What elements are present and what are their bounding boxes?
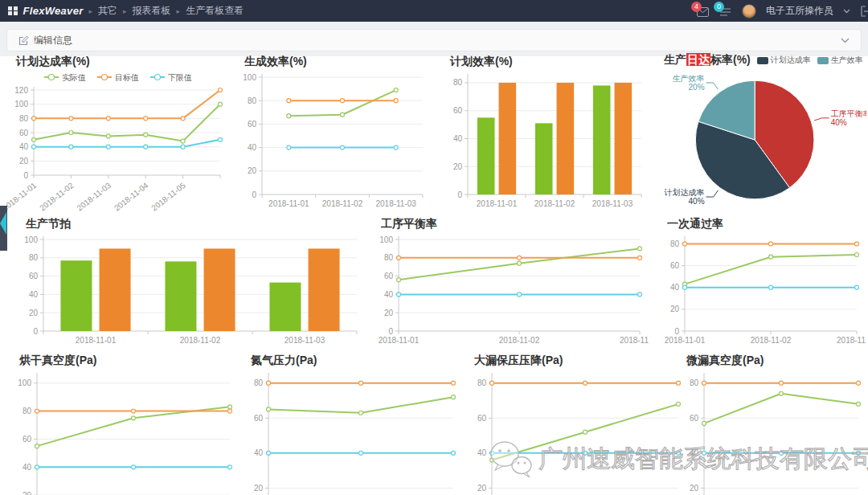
- svg-text:2018-11-01: 2018-11-01: [379, 336, 420, 345]
- svg-text:60: 60: [19, 129, 29, 137]
- gross-leak-pressure-drop-plot[interactable]: 020406080: [465, 368, 688, 495]
- chart-title: 烘干真空度(Pa): [10, 350, 240, 368]
- logout-button[interactable]: [860, 6, 868, 17]
- edit-icon: [18, 35, 29, 46]
- svg-text:60: 60: [29, 272, 39, 280]
- svg-text:40: 40: [248, 143, 257, 152]
- plan-achievement-rate-plot[interactable]: 实际值目标值下限值0204060801001202018-11-012018-1…: [6, 69, 230, 215]
- svg-text:2018-11-02: 2018-11-02: [751, 336, 792, 345]
- svg-text:60: 60: [477, 414, 487, 423]
- production-takt-plot[interactable]: 0204060801002018-11-012018-11-022018-11-…: [16, 231, 366, 352]
- edit-info-label: 编辑信息: [34, 34, 72, 47]
- first-pass-rate-plot[interactable]: 0204060802018-11-012018-11-022018-11: [657, 231, 866, 352]
- chart-title: 微漏真空度(Pa): [677, 350, 868, 368]
- svg-text:100: 100: [379, 235, 393, 244]
- svg-text:2018-11-04: 2018-11-04: [113, 181, 150, 212]
- svg-text:60: 60: [670, 261, 680, 270]
- breadcrumb-production-board-view[interactable]: 生产看板查看: [186, 4, 244, 18]
- legend-item[interactable]: 生产效率: [817, 55, 863, 66]
- chart-title: 一次通过率: [657, 214, 866, 231]
- svg-text:40: 40: [690, 448, 699, 457]
- svg-text:80: 80: [23, 407, 32, 415]
- svg-text:100: 100: [243, 73, 256, 82]
- breadcrumb-other[interactable]: 其它: [98, 4, 117, 18]
- nitrogen-pressure-plot[interactable]: 020406080: [241, 368, 463, 495]
- chart-plan-achievement-rate: 计划达成率(%) 实际值目标值下限值0204060801001202018-11…: [6, 51, 230, 212]
- plan-efficiency-plot[interactable]: 0204060802018-11-012018-11-022018-11-03: [440, 69, 651, 215]
- svg-text:2018-11-02: 2018-11-02: [38, 181, 76, 212]
- svg-text:20: 20: [254, 484, 264, 493]
- title-highlight: 日达: [686, 53, 710, 66]
- svg-text:0: 0: [33, 327, 38, 336]
- process-balance-rate-plot[interactable]: 0204060801002018-11-012018-11-022018-11: [371, 231, 649, 352]
- svg-text:40: 40: [670, 283, 680, 292]
- chart-title: 工序平衡率: [371, 214, 649, 231]
- chevron-down-icon[interactable]: [843, 9, 850, 14]
- svg-text:2018-11-01: 2018-11-01: [665, 336, 706, 345]
- logout-icon: [860, 6, 868, 17]
- svg-text:工序平衡率40%: 工序平衡率40%: [831, 109, 866, 127]
- svg-text:40: 40: [29, 290, 39, 299]
- svg-text:80: 80: [690, 378, 699, 387]
- collapse-chevron-icon[interactable]: [841, 38, 850, 43]
- chart-title: 计划达成率(%): [6, 51, 230, 69]
- svg-text:100: 100: [24, 235, 38, 244]
- breadcrumb-report-board[interactable]: 报表看板: [133, 4, 171, 18]
- svg-text:60: 60: [690, 414, 699, 423]
- svg-text:40: 40: [23, 463, 32, 472]
- chart-title: 生产日达标率(%): [664, 53, 751, 68]
- svg-text:40: 40: [19, 142, 29, 151]
- tasks-badge: 0: [714, 2, 724, 12]
- fine-leak-vacuum-plot[interactable]: 020406080: [677, 368, 868, 495]
- chart-title: 计划效率(%): [440, 51, 651, 69]
- svg-text:2018-11: 2018-11: [837, 336, 866, 345]
- svg-text:80: 80: [384, 253, 394, 262]
- top-navbar: FlexWeaver ▸ 其它 ▸ 报表看板 ▸ 生产看板查看 4 0 电子五所…: [0, 0, 868, 22]
- chart-daily-target-rate-pie: 生产日达标率(%) 计划达成率生产效率 工序平衡率40%计划达成率40%生产效率…: [656, 50, 866, 212]
- svg-text:2018-11-01: 2018-11-01: [268, 199, 309, 208]
- svg-text:20: 20: [453, 162, 463, 171]
- sidebar-collapse-handle[interactable]: [0, 206, 7, 251]
- breadcrumb-separator-icon: ▸: [123, 7, 127, 15]
- svg-text:100: 100: [14, 100, 28, 108]
- svg-text:实际值: 实际值: [62, 73, 86, 82]
- daily-target-rate-pie-plot[interactable]: 工序平衡率40%计划达成率40%生产效率20%: [656, 68, 866, 215]
- drying-vacuum-plot[interactable]: 020406080100: [10, 368, 240, 495]
- edit-info-bar[interactable]: 编辑信息: [6, 29, 862, 51]
- mail-badge: 4: [691, 2, 702, 12]
- chart-nitrogen-pressure: 氮气压力(Pa) 020406080: [241, 350, 463, 495]
- breadcrumb-separator-icon: ▸: [89, 7, 93, 15]
- svg-text:2018-11-02: 2018-11-02: [322, 199, 363, 208]
- svg-text:2018-11-01: 2018-11-01: [477, 199, 518, 208]
- pie-legend: 计划达成率生产效率: [757, 55, 863, 66]
- svg-text:2018-11-02: 2018-11-02: [180, 336, 221, 345]
- svg-text:80: 80: [19, 114, 29, 123]
- avatar[interactable]: [742, 4, 756, 18]
- svg-text:2018-11-03: 2018-11-03: [76, 181, 113, 212]
- svg-text:2018-11-03: 2018-11-03: [375, 199, 416, 208]
- svg-text:2018-11-01: 2018-11-01: [6, 181, 39, 212]
- legend-item[interactable]: 计划达成率: [757, 55, 811, 66]
- chart-process-balance-rate: 工序平衡率 0204060801002018-11-012018-11-0220…: [371, 214, 649, 349]
- svg-text:2018-11-03: 2018-11-03: [592, 199, 633, 208]
- chart-first-pass-rate: 一次通过率 0204060802018-11-012018-11-022018-…: [657, 214, 866, 349]
- svg-text:40: 40: [477, 448, 487, 457]
- svg-text:80: 80: [670, 239, 680, 248]
- messages-button[interactable]: 4: [697, 6, 710, 17]
- svg-text:60: 60: [254, 414, 264, 423]
- chart-drying-vacuum: 烘干真空度(Pa) 020406080100: [10, 350, 240, 495]
- svg-text:2018-11-02: 2018-11-02: [499, 336, 540, 345]
- app-grid-icon[interactable]: [8, 6, 18, 16]
- svg-text:80: 80: [248, 96, 257, 105]
- app-logo[interactable]: FlexWeaver: [23, 5, 84, 17]
- svg-text:80: 80: [477, 378, 487, 387]
- tasks-button[interactable]: 0: [719, 6, 732, 17]
- svg-text:下限值: 下限值: [168, 73, 192, 82]
- svg-text:目标值: 目标值: [115, 73, 139, 82]
- generation-efficiency-plot[interactable]: 0204060801002018-11-012018-11-022018-11-…: [235, 69, 432, 215]
- chart-title: 生成效率(%): [235, 51, 432, 69]
- user-menu[interactable]: 电子五所操作员: [766, 4, 833, 18]
- svg-text:计划达成率40%: 计划达成率40%: [664, 188, 705, 206]
- svg-text:60: 60: [23, 435, 32, 444]
- chart-fine-leak-vacuum: 微漏真空度(Pa) 020406080: [677, 350, 868, 495]
